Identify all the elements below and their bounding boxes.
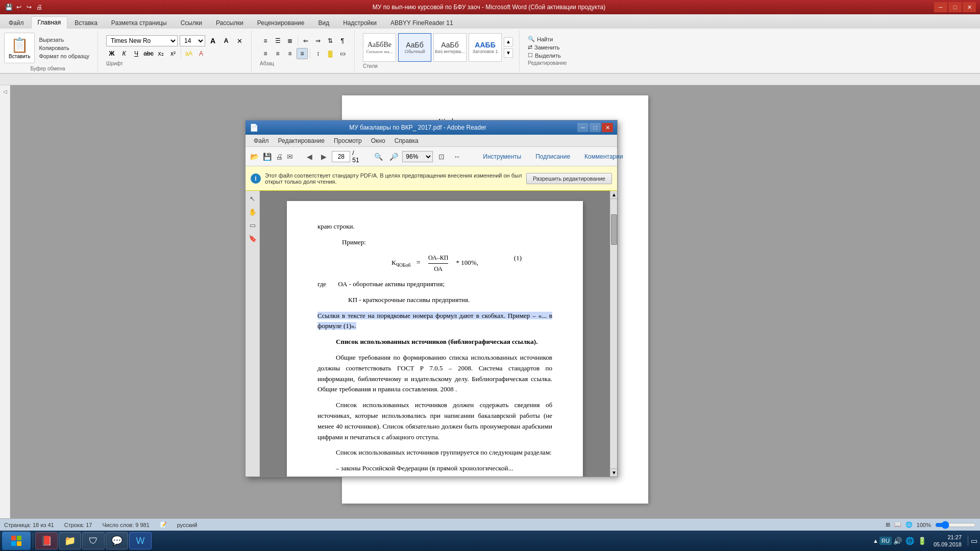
status-spell-icon[interactable]: 📝: [160, 521, 167, 528]
style-no-spacing[interactable]: АаБб Обычный: [398, 33, 431, 62]
decrease-indent-button[interactable]: ⇐: [300, 35, 311, 46]
adobe-zoom-select[interactable]: 96%: [402, 151, 433, 162]
adobe-save-button[interactable]: 💾: [262, 150, 272, 163]
clear-format-button[interactable]: ✕: [234, 35, 245, 46]
align-right-button[interactable]: ≡: [284, 48, 296, 59]
adobe-open-button[interactable]: 📂: [250, 150, 259, 163]
tray-show-hidden[interactable]: ▲: [873, 538, 878, 544]
font-grow-button[interactable]: A: [207, 35, 218, 46]
adobe-fit-width-button[interactable]: ↔: [450, 150, 463, 163]
document-area[interactable]: текст документа Word виден здесь частичн…: [10, 85, 980, 518]
font-size-select[interactable]: 14: [180, 35, 205, 46]
scroll-thumb[interactable]: [611, 214, 617, 245]
border-button[interactable]: ▭: [337, 48, 348, 59]
adobe-menu-edit[interactable]: Редактирование: [274, 136, 329, 145]
adobe-panel-bookmark-icon[interactable]: 🔖: [247, 233, 258, 244]
tab-home[interactable]: Главная: [31, 16, 68, 29]
adobe-tools-button[interactable]: Инструменты: [477, 152, 527, 161]
adobe-panel-hand-icon[interactable]: ✋: [247, 206, 258, 217]
pdf-scrollbar[interactable]: ▲ ▼: [610, 191, 617, 477]
adobe-comments-button[interactable]: Комментарии: [578, 152, 629, 161]
adobe-prev-page-button[interactable]: ◀: [304, 150, 316, 163]
line-spacing-button[interactable]: ↕: [312, 48, 324, 59]
font-shrink-button[interactable]: A: [220, 35, 232, 46]
start-button[interactable]: [2, 532, 31, 550]
tray-lang-icon[interactable]: RU: [880, 536, 891, 546]
taskbar-word[interactable]: W: [129, 532, 152, 549]
font-name-select[interactable]: Times New Ro: [106, 35, 178, 46]
font-color-button[interactable]: А: [195, 48, 207, 59]
adobe-sign-button[interactable]: Подписание: [529, 152, 576, 161]
style-normal[interactable]: АаБбВе Сильное вы...: [363, 33, 396, 62]
adobe-print-button[interactable]: 🖨: [275, 150, 283, 163]
tray-show-desktop[interactable]: ▭: [968, 536, 978, 546]
format-painter-button[interactable]: Формат по образцу: [37, 53, 91, 60]
restore-button[interactable]: □: [948, 2, 962, 12]
replace-button[interactable]: ⇄ Заменить: [528, 44, 567, 51]
tab-file[interactable]: Файл: [2, 17, 31, 29]
adobe-page-input[interactable]: [332, 151, 350, 162]
strikethrough-button[interactable]: abc: [143, 48, 154, 59]
tab-review[interactable]: Рецензирование: [251, 17, 311, 29]
scroll-up-button[interactable]: ▲: [610, 191, 617, 199]
underline-button[interactable]: Ч: [131, 48, 142, 59]
find-button[interactable]: 🔍 Найти: [528, 36, 567, 42]
zoom-slider[interactable]: [935, 521, 976, 529]
justify-button[interactable]: ≡: [297, 48, 308, 59]
taskbar-acrobat[interactable]: 📕: [35, 532, 58, 549]
scroll-track[interactable]: [610, 199, 617, 468]
sort-button[interactable]: ⇅: [325, 35, 336, 46]
bullets-button[interactable]: ≡: [260, 35, 271, 46]
adobe-menu-file[interactable]: Файл: [250, 136, 273, 145]
undo-icon[interactable]: ↩: [14, 3, 23, 12]
adobe-minimize-button[interactable]: ─: [577, 123, 589, 132]
adobe-close-button[interactable]: ✕: [602, 123, 613, 132]
adobe-panel-select-icon[interactable]: ▭: [247, 219, 258, 231]
tray-network-icon[interactable]: 🌐: [905, 536, 915, 546]
scroll-down-button[interactable]: ▼: [610, 468, 617, 477]
adobe-fit-button[interactable]: ⊡: [435, 150, 448, 163]
taskbar-skype[interactable]: 💬: [106, 532, 128, 549]
align-center-button[interactable]: ≡: [272, 48, 283, 59]
tab-abbyy[interactable]: ABBYY FineReader 11: [384, 17, 460, 29]
paste-button[interactable]: 📋 Вставить: [4, 33, 35, 63]
style-heading2[interactable]: ААББ Заголовок 1: [469, 33, 502, 62]
tray-battery-icon[interactable]: 🔋: [917, 536, 927, 546]
tab-view[interactable]: Вид: [311, 17, 336, 29]
adobe-restore-button[interactable]: □: [590, 123, 601, 132]
styles-down-button[interactable]: ▼: [504, 48, 513, 58]
adobe-next-page-button[interactable]: ▶: [318, 150, 330, 163]
adobe-menu-help[interactable]: Справка: [390, 136, 423, 145]
print-icon[interactable]: 🖨: [35, 3, 44, 12]
shading-button[interactable]: ▓: [325, 48, 336, 59]
superscript-button[interactable]: x²: [167, 48, 179, 59]
adobe-zoom-out-button[interactable]: 🔍: [372, 150, 385, 163]
close-button[interactable]: ✕: [963, 2, 976, 12]
highlight-button[interactable]: аА: [183, 48, 194, 59]
adobe-zoom-in-button[interactable]: 🔎: [387, 150, 400, 163]
numbering-button[interactable]: ☰: [272, 35, 283, 46]
adobe-menu-window[interactable]: Окно: [367, 136, 389, 145]
style-heading1[interactable]: АаБб Без интерва...: [433, 33, 467, 62]
adobe-menu-view[interactable]: Просмотр: [330, 136, 366, 145]
status-view-print[interactable]: ⊞: [886, 521, 890, 528]
pdf-viewport[interactable]: краю строки. Пример: КЧОБоб = ОА–КП: [260, 191, 610, 477]
tab-insert[interactable]: Вставка: [68, 17, 104, 29]
italic-button[interactable]: К: [118, 48, 130, 59]
redo-icon[interactable]: ↪: [24, 3, 34, 12]
copy-button[interactable]: Копировать: [37, 44, 91, 52]
tray-sound-icon[interactable]: 🔊: [893, 536, 903, 546]
tab-references[interactable]: Ссылки: [174, 17, 209, 29]
styles-up-button[interactable]: ▲: [504, 37, 513, 46]
taskbar-antivirus[interactable]: 🛡: [82, 532, 105, 549]
status-view-web[interactable]: 🌐: [905, 521, 913, 528]
tab-mailings[interactable]: Рассылки: [209, 17, 250, 29]
taskbar-explorer[interactable]: 📁: [59, 532, 81, 549]
select-button[interactable]: ☐ Выделить: [528, 52, 567, 59]
cut-button[interactable]: Вырезать: [37, 36, 91, 43]
bold-button[interactable]: Ж: [106, 48, 117, 59]
tab-addins[interactable]: Надстройки: [336, 17, 383, 29]
save-icon[interactable]: 💾: [4, 3, 13, 12]
subscript-button[interactable]: x₂: [155, 48, 166, 59]
show-marks-button[interactable]: ¶: [337, 35, 348, 46]
